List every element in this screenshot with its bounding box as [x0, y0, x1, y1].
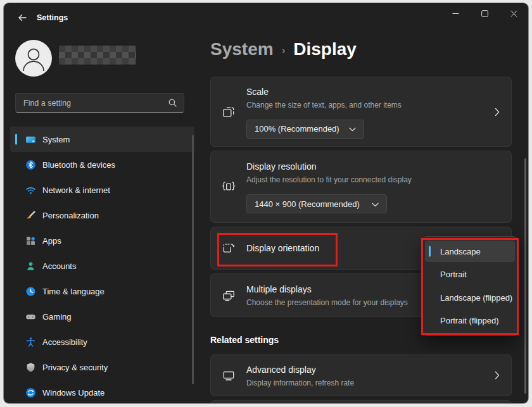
sidebar-item-label: System — [42, 135, 70, 144]
card-title: Advanced display — [246, 363, 483, 376]
scale-select[interactable]: 100% (Recommended) — [246, 120, 364, 139]
system-icon — [25, 134, 36, 145]
resolution-icon — [211, 180, 246, 194]
card-title: Scale — [246, 85, 483, 98]
menu-item-label: Landscape — [440, 247, 481, 256]
maximize-button[interactable] — [470, 3, 499, 24]
orientation-menu: Landscape Portrait Landscape (flipped) P… — [422, 236, 518, 336]
breadcrumb-separator-icon: › — [282, 42, 286, 57]
bluetooth-icon — [25, 160, 36, 170]
sidebar-item-accounts[interactable]: Accounts — [10, 253, 194, 279]
orientation-icon — [211, 241, 246, 255]
sidebar-item-label: Apps — [42, 236, 61, 246]
menu-item-landscape[interactable]: Landscape — [425, 241, 515, 262]
sidebar-item-apps[interactable]: Apps — [10, 228, 194, 253]
resolution-select-value: 1440 × 900 (Recommended) — [255, 199, 360, 209]
maximize-icon — [481, 10, 488, 17]
back-arrow-icon — [17, 13, 27, 25]
sidebar-item-system[interactable]: System — [10, 127, 194, 152]
sidebar-item-bluetooth-devices[interactable]: Bluetooth & devices — [10, 152, 194, 177]
user-avatar[interactable] — [15, 40, 52, 77]
menu-item-landscape-flipped[interactable]: Landscape (flipped) — [425, 287, 515, 308]
card-advanced-display[interactable]: Advanced display Display information, re… — [210, 354, 512, 396]
content-scrollbar[interactable] — [524, 158, 526, 394]
card-subtitle: Change the size of text, apps, and other… — [246, 100, 483, 110]
chevron-right-icon — [483, 371, 511, 380]
scale-icon — [211, 105, 246, 119]
sidebar-item-gaming[interactable]: Gaming — [10, 304, 194, 329]
minimize-button[interactable] — [441, 3, 470, 24]
related-settings-heading: Related settings — [210, 335, 279, 345]
sidebar-item-label: Accounts — [42, 261, 76, 271]
page-title: Display — [293, 39, 357, 59]
chevron-down-icon — [349, 124, 356, 134]
menu-item-label: Portrait (flipped) — [440, 316, 498, 325]
sidebar-item-accessibility[interactable]: Accessibility — [10, 329, 194, 354]
chevron-right-icon — [483, 108, 511, 116]
menu-item-portrait-flipped[interactable]: Portrait (flipped) — [425, 310, 515, 332]
sidebar-item-label: Personalization — [42, 211, 99, 220]
card-display-resolution[interactable]: Display resolution Adjust the resolution… — [210, 151, 512, 223]
window-controls — [441, 3, 528, 24]
close-button[interactable] — [499, 3, 528, 24]
sidebar-item-label: Accessibility — [42, 337, 87, 347]
apps-icon — [25, 235, 36, 246]
user-name-redacted — [59, 46, 136, 65]
settings-window: Settings System — [4, 3, 528, 403]
breadcrumb-parent[interactable]: System — [210, 39, 274, 59]
gaming-icon — [25, 311, 36, 322]
sidebar-nav: System Bluetooth & devices Network & int… — [10, 127, 194, 403]
chevron-down-icon — [372, 199, 379, 209]
menu-item-portrait[interactable]: Portrait — [425, 264, 515, 285]
card-subtitle: Display information, refresh rate — [246, 378, 483, 388]
sidebar-item-label: Bluetooth & devices — [42, 160, 115, 170]
accessibility-icon — [25, 337, 36, 348]
sidebar-item-label: Network & internet — [42, 185, 110, 195]
sidebar-scrollbar[interactable] — [192, 135, 194, 384]
back-button[interactable] — [11, 9, 33, 28]
window-title: Settings — [37, 13, 68, 22]
menu-item-label: Landscape (flipped) — [440, 293, 512, 303]
sidebar-item-label: Gaming — [42, 312, 72, 322]
search-icon — [168, 98, 177, 110]
breadcrumb: System › Display — [210, 39, 357, 59]
scale-select-value: 100% (Recommended) — [255, 124, 339, 134]
menu-item-label: Portrait — [440, 270, 467, 279]
card-subtitle: Adjust the resolution to fit your connec… — [246, 175, 511, 185]
user-avatar-icon — [15, 40, 52, 77]
personalization-icon — [25, 210, 36, 221]
resolution-select[interactable]: 1440 × 900 (Recommended) — [246, 194, 387, 213]
search-box — [15, 93, 184, 113]
sidebar-item-privacy-security[interactable]: Privacy & security — [10, 354, 194, 380]
multiple-displays-icon — [211, 289, 246, 303]
windows-update-icon — [25, 387, 36, 398]
sidebar-item-time-language[interactable]: Time & language — [10, 279, 194, 304]
card-scale[interactable]: Scale Change the size of text, apps, and… — [210, 77, 512, 147]
time-language-icon — [25, 286, 36, 297]
sidebar-item-network-internet[interactable]: Network & internet — [10, 177, 194, 203]
partial-card-bottom — [210, 400, 512, 403]
search-input[interactable] — [16, 94, 184, 112]
network-icon — [25, 185, 36, 196]
sidebar-item-personalization[interactable]: Personalization — [10, 203, 194, 228]
sidebar-item-label: Privacy & security — [42, 363, 108, 372]
sidebar-item-label: Windows Update — [42, 388, 104, 398]
privacy-icon — [25, 362, 36, 373]
advanced-display-icon — [211, 368, 246, 382]
close-icon — [510, 10, 517, 17]
sidebar-item-label: Time & language — [42, 287, 104, 296]
card-title: Display resolution — [246, 160, 511, 173]
accounts-icon — [25, 261, 36, 272]
sidebar-item-windows-update[interactable]: Windows Update — [10, 380, 194, 403]
minimize-icon — [452, 10, 459, 17]
